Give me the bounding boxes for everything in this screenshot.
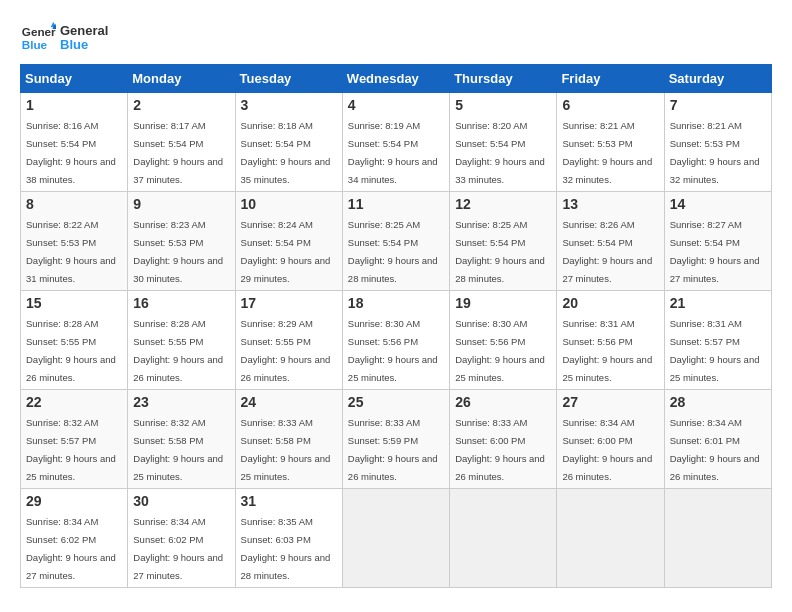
calendar-cell: 17 Sunrise: 8:29 AMSunset: 5:55 PMDaylig… (235, 291, 342, 390)
calendar-cell: 24 Sunrise: 8:33 AMSunset: 5:58 PMDaylig… (235, 390, 342, 489)
col-header-saturday: Saturday (664, 65, 771, 93)
day-number: 8 (26, 196, 122, 212)
day-number: 22 (26, 394, 122, 410)
day-info: Sunrise: 8:16 AMSunset: 5:54 PMDaylight:… (26, 120, 116, 185)
day-number: 18 (348, 295, 444, 311)
day-info: Sunrise: 8:32 AMSunset: 5:57 PMDaylight:… (26, 417, 116, 482)
calendar-cell (450, 489, 557, 588)
day-number: 1 (26, 97, 122, 113)
day-number: 15 (26, 295, 122, 311)
day-number: 10 (241, 196, 337, 212)
day-number: 13 (562, 196, 658, 212)
day-info: Sunrise: 8:33 AMSunset: 5:59 PMDaylight:… (348, 417, 438, 482)
day-number: 12 (455, 196, 551, 212)
calendar-cell: 19 Sunrise: 8:30 AMSunset: 5:56 PMDaylig… (450, 291, 557, 390)
calendar-cell: 9 Sunrise: 8:23 AMSunset: 5:53 PMDayligh… (128, 192, 235, 291)
day-info: Sunrise: 8:30 AMSunset: 5:56 PMDaylight:… (455, 318, 545, 383)
calendar-cell: 18 Sunrise: 8:30 AMSunset: 5:56 PMDaylig… (342, 291, 449, 390)
calendar-week-row: 29 Sunrise: 8:34 AMSunset: 6:02 PMDaylig… (21, 489, 772, 588)
day-number: 9 (133, 196, 229, 212)
calendar-cell: 11 Sunrise: 8:25 AMSunset: 5:54 PMDaylig… (342, 192, 449, 291)
logo: General Blue General Blue (20, 20, 108, 56)
day-info: Sunrise: 8:23 AMSunset: 5:53 PMDaylight:… (133, 219, 223, 284)
day-info: Sunrise: 8:25 AMSunset: 5:54 PMDaylight:… (348, 219, 438, 284)
day-info: Sunrise: 8:28 AMSunset: 5:55 PMDaylight:… (26, 318, 116, 383)
calendar-cell: 8 Sunrise: 8:22 AMSunset: 5:53 PMDayligh… (21, 192, 128, 291)
day-info: Sunrise: 8:30 AMSunset: 5:56 PMDaylight:… (348, 318, 438, 383)
day-number: 17 (241, 295, 337, 311)
calendar-cell: 5 Sunrise: 8:20 AMSunset: 5:54 PMDayligh… (450, 93, 557, 192)
col-header-wednesday: Wednesday (342, 65, 449, 93)
calendar-header-row: SundayMondayTuesdayWednesdayThursdayFrid… (21, 65, 772, 93)
calendar-week-row: 15 Sunrise: 8:28 AMSunset: 5:55 PMDaylig… (21, 291, 772, 390)
day-info: Sunrise: 8:22 AMSunset: 5:53 PMDaylight:… (26, 219, 116, 284)
calendar-week-row: 22 Sunrise: 8:32 AMSunset: 5:57 PMDaylig… (21, 390, 772, 489)
calendar-cell (342, 489, 449, 588)
calendar-cell: 14 Sunrise: 8:27 AMSunset: 5:54 PMDaylig… (664, 192, 771, 291)
day-info: Sunrise: 8:33 AMSunset: 5:58 PMDaylight:… (241, 417, 331, 482)
logo-blue: Blue (60, 38, 108, 52)
calendar-cell: 29 Sunrise: 8:34 AMSunset: 6:02 PMDaylig… (21, 489, 128, 588)
day-number: 2 (133, 97, 229, 113)
day-number: 30 (133, 493, 229, 509)
calendar-cell: 6 Sunrise: 8:21 AMSunset: 5:53 PMDayligh… (557, 93, 664, 192)
day-number: 28 (670, 394, 766, 410)
calendar-cell: 22 Sunrise: 8:32 AMSunset: 5:57 PMDaylig… (21, 390, 128, 489)
day-number: 16 (133, 295, 229, 311)
day-info: Sunrise: 8:34 AMSunset: 6:02 PMDaylight:… (26, 516, 116, 581)
calendar-cell: 23 Sunrise: 8:32 AMSunset: 5:58 PMDaylig… (128, 390, 235, 489)
day-info: Sunrise: 8:20 AMSunset: 5:54 PMDaylight:… (455, 120, 545, 185)
calendar-cell: 30 Sunrise: 8:34 AMSunset: 6:02 PMDaylig… (128, 489, 235, 588)
calendar-cell: 1 Sunrise: 8:16 AMSunset: 5:54 PMDayligh… (21, 93, 128, 192)
page-header: General Blue General Blue (20, 20, 772, 56)
calendar-cell: 7 Sunrise: 8:21 AMSunset: 5:53 PMDayligh… (664, 93, 771, 192)
logo-general: General (60, 24, 108, 38)
day-info: Sunrise: 8:31 AMSunset: 5:56 PMDaylight:… (562, 318, 652, 383)
day-info: Sunrise: 8:29 AMSunset: 5:55 PMDaylight:… (241, 318, 331, 383)
day-number: 26 (455, 394, 551, 410)
day-info: Sunrise: 8:25 AMSunset: 5:54 PMDaylight:… (455, 219, 545, 284)
col-header-thursday: Thursday (450, 65, 557, 93)
calendar-cell: 2 Sunrise: 8:17 AMSunset: 5:54 PMDayligh… (128, 93, 235, 192)
day-number: 11 (348, 196, 444, 212)
calendar-cell: 27 Sunrise: 8:34 AMSunset: 6:00 PMDaylig… (557, 390, 664, 489)
calendar-table: SundayMondayTuesdayWednesdayThursdayFrid… (20, 64, 772, 588)
calendar-cell (557, 489, 664, 588)
calendar-cell: 25 Sunrise: 8:33 AMSunset: 5:59 PMDaylig… (342, 390, 449, 489)
col-header-friday: Friday (557, 65, 664, 93)
day-number: 27 (562, 394, 658, 410)
calendar-cell: 28 Sunrise: 8:34 AMSunset: 6:01 PMDaylig… (664, 390, 771, 489)
calendar-cell: 16 Sunrise: 8:28 AMSunset: 5:55 PMDaylig… (128, 291, 235, 390)
calendar-cell: 26 Sunrise: 8:33 AMSunset: 6:00 PMDaylig… (450, 390, 557, 489)
day-number: 14 (670, 196, 766, 212)
day-number: 5 (455, 97, 551, 113)
calendar-week-row: 8 Sunrise: 8:22 AMSunset: 5:53 PMDayligh… (21, 192, 772, 291)
day-number: 21 (670, 295, 766, 311)
day-info: Sunrise: 8:24 AMSunset: 5:54 PMDaylight:… (241, 219, 331, 284)
col-header-tuesday: Tuesday (235, 65, 342, 93)
calendar-cell: 12 Sunrise: 8:25 AMSunset: 5:54 PMDaylig… (450, 192, 557, 291)
day-info: Sunrise: 8:34 AMSunset: 6:01 PMDaylight:… (670, 417, 760, 482)
day-info: Sunrise: 8:21 AMSunset: 5:53 PMDaylight:… (562, 120, 652, 185)
day-number: 23 (133, 394, 229, 410)
calendar-cell: 10 Sunrise: 8:24 AMSunset: 5:54 PMDaylig… (235, 192, 342, 291)
day-number: 25 (348, 394, 444, 410)
calendar-cell: 3 Sunrise: 8:18 AMSunset: 5:54 PMDayligh… (235, 93, 342, 192)
day-info: Sunrise: 8:34 AMSunset: 6:02 PMDaylight:… (133, 516, 223, 581)
col-header-monday: Monday (128, 65, 235, 93)
day-info: Sunrise: 8:35 AMSunset: 6:03 PMDaylight:… (241, 516, 331, 581)
day-number: 4 (348, 97, 444, 113)
calendar-cell: 13 Sunrise: 8:26 AMSunset: 5:54 PMDaylig… (557, 192, 664, 291)
day-info: Sunrise: 8:26 AMSunset: 5:54 PMDaylight:… (562, 219, 652, 284)
day-info: Sunrise: 8:32 AMSunset: 5:58 PMDaylight:… (133, 417, 223, 482)
svg-text:Blue: Blue (22, 38, 48, 51)
day-number: 6 (562, 97, 658, 113)
day-number: 7 (670, 97, 766, 113)
day-info: Sunrise: 8:33 AMSunset: 6:00 PMDaylight:… (455, 417, 545, 482)
calendar-cell: 21 Sunrise: 8:31 AMSunset: 5:57 PMDaylig… (664, 291, 771, 390)
col-header-sunday: Sunday (21, 65, 128, 93)
calendar-week-row: 1 Sunrise: 8:16 AMSunset: 5:54 PMDayligh… (21, 93, 772, 192)
day-info: Sunrise: 8:34 AMSunset: 6:00 PMDaylight:… (562, 417, 652, 482)
day-info: Sunrise: 8:31 AMSunset: 5:57 PMDaylight:… (670, 318, 760, 383)
logo-icon: General Blue (20, 20, 56, 56)
